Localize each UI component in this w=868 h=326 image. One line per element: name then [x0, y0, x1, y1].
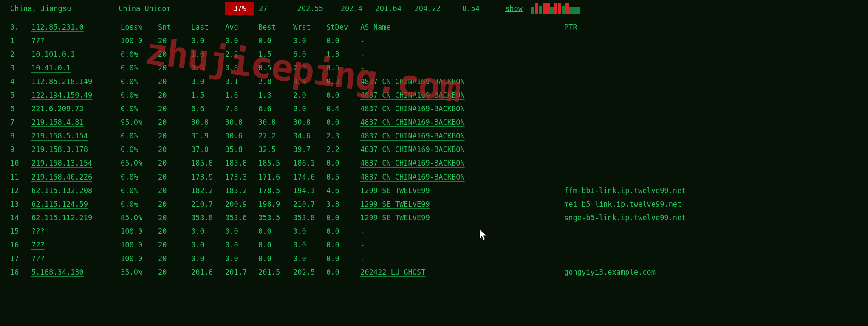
hop-ptr [530, 34, 686, 48]
table-row: 16???100.0200.00.00.00.00.0- [10, 238, 686, 252]
table-row: 4112.85.218.1490.0%203.03.12.84.40.34837… [10, 75, 686, 88]
hop-wrst: 30.8 [293, 115, 326, 129]
hop-asn[interactable]: 1299 SE TWELVE99 [356, 184, 530, 197]
hop-avg: 173.3 [225, 170, 258, 184]
hop-index: 18 [10, 265, 31, 279]
hop-snt: 20 [158, 197, 191, 211]
hop-ptr [530, 115, 686, 129]
hop-host[interactable]: 62.115.132.208 [31, 184, 121, 197]
hop-index: 6 [10, 102, 31, 115]
hop-loss: 100.0 [121, 34, 158, 48]
hop-index: 14 [10, 211, 31, 225]
hop-host[interactable]: 10.101.0.1 [31, 48, 121, 61]
hop-host[interactable]: 62.115.124.59 [31, 197, 121, 211]
hop-host[interactable]: 62.115.112.219 [31, 211, 121, 225]
hop-index: 3 [10, 61, 31, 75]
hop-host[interactable]: ??? [31, 34, 121, 48]
col-ptr: PTR [530, 20, 686, 34]
hop-asn[interactable]: 4837 CN CHINA169-BACKBON [356, 88, 530, 102]
hop-host[interactable]: 219.158.40.226 [31, 170, 121, 184]
hop-asn[interactable]: 4837 CN CHINA169-BACKBON [356, 115, 530, 129]
hop-host[interactable]: 219.158.3.178 [31, 143, 121, 156]
hop-asn: - [356, 61, 530, 75]
hop-asn[interactable]: 202422 LU GHOST [356, 265, 530, 279]
location: China, Jiangsu [10, 3, 119, 14]
hop-asn[interactable]: 4837 CN CHINA169-BACKBON [356, 75, 530, 88]
hop-loss: 0.0% [121, 184, 158, 197]
hop-index: 7 [10, 115, 31, 129]
hop-asn: - [356, 238, 530, 252]
table-row: 1???100.0200.00.00.00.00.0- [10, 34, 686, 48]
hop-best: 0.0 [258, 225, 293, 238]
hop-avg: 0.0 [225, 34, 258, 48]
hop-loss: 0.0% [121, 61, 158, 75]
hop-avg: 183.2 [225, 184, 258, 197]
hop-snt: 20 [158, 102, 191, 115]
hop-asn[interactable]: 1299 SE TWELVE99 [356, 211, 530, 225]
col-avg: Avg [225, 20, 258, 34]
hop-asn[interactable]: 4837 CN CHINA169-BACKBON [356, 143, 530, 156]
hop-host[interactable]: ??? [31, 252, 121, 265]
table-row: 7219.158.4.8195.0%2030.830.830.830.80.04… [10, 115, 686, 129]
hop-loss: 100.0 [121, 225, 158, 238]
col-last: Last [191, 20, 225, 34]
hop-best: 201.5 [258, 265, 293, 279]
hop-ptr [530, 88, 686, 102]
col-stdev: StDev [326, 20, 356, 34]
hop-host[interactable]: 10.41.0.1 [31, 61, 121, 75]
hop-best: 32.5 [258, 143, 293, 156]
mtr-table: 0. 112.85.231.0 Loss% Snt Last Avg Best … [10, 20, 686, 279]
col-best: Best [258, 20, 293, 34]
col-host[interactable]: 112.85.231.0 [31, 20, 121, 34]
hop-ptr [530, 225, 686, 238]
table-row: 210.101.0.10.0%201.62.21.56.01.3- [10, 48, 686, 61]
summary-row: China, Jiangsu China Unicom 37% 27 202.5… [0, 0, 868, 17]
hop-host[interactable]: 219.158.13.154 [31, 156, 121, 170]
hop-best: 0.0 [258, 238, 293, 252]
hop-asn[interactable]: 4837 CN CHINA169-BACKBON [356, 102, 530, 115]
hop-asn[interactable]: 1299 SE TWELVE99 [356, 197, 530, 211]
hop-stdev: 0.5 [326, 61, 356, 75]
hop-host[interactable]: 122.194.150.49 [31, 88, 121, 102]
table-row: 11219.158.40.2260.0%20173.9173.3171.6174… [10, 170, 686, 184]
hop-stdev: 0.0 [326, 34, 356, 48]
hop-asn[interactable]: 4837 CN CHINA169-BACKBON [356, 170, 530, 184]
hop-last: 0.0 [191, 252, 225, 265]
hop-host[interactable]: 5.188.34.130 [31, 265, 121, 279]
show-link[interactable]: show [505, 3, 523, 14]
hop-index: 5 [10, 88, 31, 102]
hop-host[interactable]: 112.85.218.149 [31, 75, 121, 88]
hop-avg: 353.6 [225, 211, 258, 225]
hop-best: 6.6 [258, 102, 293, 115]
header-row: 0. 112.85.231.0 Loss% Snt Last Avg Best … [10, 20, 686, 34]
hop-snt: 20 [158, 211, 191, 225]
hop-host[interactable]: ??? [31, 225, 121, 238]
hop-best: 1.5 [258, 48, 293, 61]
hop-asn[interactable]: 4837 CN CHINA169-BACKBON [356, 156, 530, 170]
col-snt: Snt [158, 20, 191, 34]
hop-asn: - [356, 34, 530, 48]
hop-asn: - [356, 48, 530, 61]
hop-host[interactable]: 219.158.4.81 [31, 115, 121, 129]
hop-host[interactable]: 221.6.209.73 [31, 102, 121, 115]
hop-host[interactable]: 219.158.5.154 [31, 129, 121, 143]
hop-stdev: 0.0 [326, 88, 356, 102]
hop-wrst: 353.8 [293, 211, 326, 225]
hop-snt: 20 [158, 184, 191, 197]
hop-ptr [530, 238, 686, 252]
hop-last: 185.8 [191, 156, 225, 170]
hop-avg: 30.8 [225, 115, 258, 129]
hop-host[interactable]: ??? [31, 238, 121, 252]
hop-stdev: 2.3 [326, 129, 356, 143]
hop-last: 0.6 [191, 61, 225, 75]
isp: China Unicom [119, 3, 225, 14]
hop-loss: 0.0% [121, 48, 158, 61]
hop-wrst: 186.1 [293, 156, 326, 170]
hop-index: 16 [10, 238, 31, 252]
table-row: 8219.158.5.1540.0%2031.930.627.234.62.34… [10, 129, 686, 143]
hop-index: 17 [10, 252, 31, 265]
hop-ptr [530, 170, 686, 184]
hop-best: 185.5 [258, 156, 293, 170]
hop-asn[interactable]: 4837 CN CHINA169-BACKBON [356, 129, 530, 143]
hop-loss: 100.0 [121, 252, 158, 265]
